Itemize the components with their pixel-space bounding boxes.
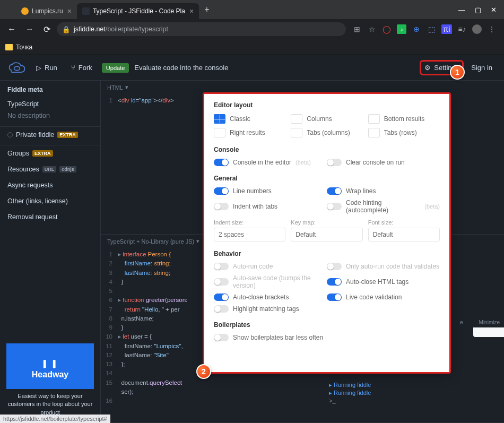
private-toggle[interactable]: Private fiddle EXTRA [0, 127, 100, 143]
close-icon[interactable]: × [189, 7, 194, 15]
toggle-highlight-tags[interactable]: Highlight matching tags [214, 305, 440, 313]
ext-icon[interactable]: ⊕ [412, 24, 421, 34]
label: Bottom results [384, 115, 425, 123]
sidebar: Fiddle meta TypeScript No description Pr… [0, 81, 101, 423]
section-title: Console [214, 146, 440, 153]
ad-brand: Headway [12, 370, 89, 379]
run-button[interactable]: ▷Run [32, 62, 62, 74]
toggle-icon [214, 278, 229, 286]
section-title: Behavior [214, 250, 440, 257]
signin-button[interactable]: Sign in [467, 62, 497, 74]
favicon-icon [21, 7, 29, 15]
section-title: General [214, 175, 440, 182]
fork-button[interactable]: ⑂Fork [67, 62, 97, 74]
avatar-icon[interactable] [472, 24, 482, 34]
maximize-icon[interactable]: ▢ [475, 6, 481, 14]
toggle-console-editor[interactable]: Console in the editor (beta) [214, 159, 327, 166]
browser-tab[interactable]: Lumpics.ru × [16, 3, 77, 19]
update-button[interactable]: Update [102, 63, 129, 73]
label: Live code validation [346, 293, 402, 301]
close-icon[interactable]: × [67, 7, 72, 15]
back-button[interactable]: ← [4, 22, 19, 36]
layout-classic[interactable]: Classic [214, 114, 285, 124]
sidebar-item-removal[interactable]: Removal request [0, 209, 100, 225]
toggle-boilerplates-less[interactable]: Show boilerplates bar less often [214, 334, 440, 341]
toggle-autoclose-html[interactable]: Auto-close HTML tags [327, 274, 440, 289]
toggle-autosave[interactable]: Auto-save code (bumps the version) [214, 274, 327, 289]
toggle-icon [327, 187, 342, 195]
layout-columns[interactable]: Columns [291, 114, 362, 124]
toggle-autorun-valid[interactable]: Only auto-run code that validates [327, 263, 440, 270]
fiddle-name-input[interactable]: TypeScript [7, 98, 93, 110]
ext-icon[interactable]: ◯ [382, 24, 392, 34]
label: Resources [7, 166, 39, 173]
sidebar-section-title: Fiddle meta [7, 86, 93, 93]
reload-button[interactable]: ⟳ [40, 22, 54, 37]
toggle-wrap-lines[interactable]: Wrap lines [327, 187, 440, 195]
url-badge: URL [42, 166, 57, 172]
favicon-icon [82, 7, 90, 15]
url-path: /boilerplate/typescript [106, 25, 168, 33]
label: Groups [7, 150, 29, 157]
description-input[interactable]: No description [7, 110, 93, 121]
layout-tabs-columns[interactable]: Tabs (columns) [291, 128, 362, 137]
toggle-icon [327, 263, 342, 270]
ext-icon[interactable]: πi [441, 24, 452, 34]
bookmark-item[interactable]: Точка [5, 44, 32, 51]
label: Indent with tabs [233, 203, 277, 210]
close-icon[interactable]: ✕ [491, 6, 497, 14]
ext-icon[interactable]: ♪ [397, 24, 406, 34]
ad-banner[interactable]: ╻╻ Headway [6, 343, 94, 389]
button-label: Fork [79, 64, 92, 72]
toggle-icon [214, 305, 229, 313]
fontsize-select[interactable]: Default [368, 228, 440, 241]
label: Auto-save code (bumps the version) [233, 274, 327, 289]
indent-size-select[interactable]: 2 spaces [214, 228, 285, 241]
extra-badge: EXTRA [57, 132, 78, 138]
callout-badge-1: 1 [450, 65, 465, 80]
toggle-indent-tabs[interactable]: Indent with tabs [214, 199, 327, 214]
label: Auto-close brackets [233, 293, 289, 301]
translate-icon[interactable]: ⊞ [352, 24, 362, 34]
sidebar-item-other[interactable]: Other (links, license) [0, 193, 100, 209]
toggle-line-numbers[interactable]: Line numbers [214, 187, 327, 195]
layout-bottom[interactable]: Bottom results [368, 114, 440, 124]
console-prompt[interactable]: >_ [329, 398, 488, 404]
url-host: jsfiddle.net [74, 25, 106, 33]
section-title: Editor layout [214, 101, 440, 109]
star-icon[interactable]: ☆ [367, 24, 377, 34]
toggle-autoclose-brackets[interactable]: Auto-close brackets [214, 293, 327, 301]
toggle-code-hinting[interactable]: Code hinting (autocomplete) (beta) [327, 199, 440, 214]
chevron-down-icon: ▾ [125, 84, 128, 91]
toggle-icon [214, 263, 229, 270]
minimize-icon[interactable]: — [458, 6, 465, 14]
label: Private fiddle [16, 131, 54, 139]
keymap-select[interactable]: Default [291, 228, 362, 241]
toggle-icon [214, 159, 229, 166]
toggle-clear-console[interactable]: Clear console on run [327, 159, 440, 166]
sidebar-item-groups[interactable]: Groups EXTRA [0, 145, 100, 161]
cdnjs-badge: cdnjs [59, 166, 76, 172]
toggle-live-validation[interactable]: Live code validation [327, 293, 440, 301]
browser-tab-active[interactable]: TypeScript - JSFiddle - Code Pla × [77, 3, 199, 19]
jsfiddle-logo[interactable] [7, 62, 27, 74]
sidebar-item-resources[interactable]: Resources URL cdnjs [0, 161, 100, 177]
toggle-autorun[interactable]: Auto-run code [214, 263, 327, 270]
layout-tabs-rows[interactable]: Tabs (rows) [368, 128, 440, 137]
forward-button[interactable]: → [22, 22, 37, 36]
lock-icon: 🔒 [62, 25, 71, 33]
folder-icon [5, 44, 13, 50]
sliders-icon: ⚙ [424, 64, 431, 72]
toggle-icon [327, 278, 342, 286]
layout-icon [291, 114, 302, 124]
playlist-icon[interactable]: ≡♪ [457, 24, 467, 34]
new-tab-button[interactable]: + [199, 5, 214, 14]
minimize-link[interactable]: eMinimize [456, 317, 504, 327]
ext-icon[interactable]: ⬚ [427, 24, 436, 34]
layout-icon [368, 128, 380, 137]
url-input[interactable]: 🔒 jsfiddle.net/boilerplate/typescript [57, 22, 346, 36]
layout-icon [214, 114, 225, 124]
menu-icon[interactable]: ⋮ [487, 24, 497, 34]
layout-right[interactable]: Right results [214, 128, 285, 137]
sidebar-item-async[interactable]: Async requests [0, 177, 100, 193]
